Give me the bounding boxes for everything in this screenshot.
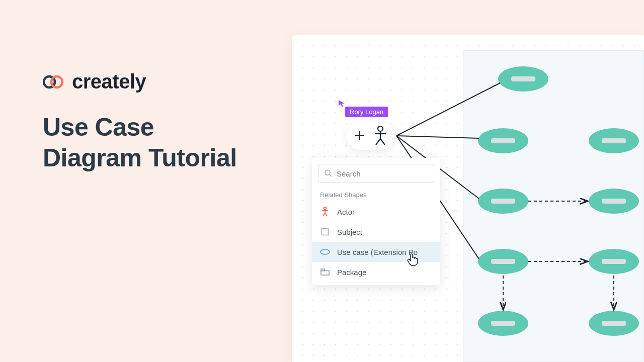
search-icon [324,169,332,179]
shape-item-subject[interactable]: Subject [312,222,440,242]
svg-point-10 [378,126,383,131]
shape-panel[interactable]: Related Shapes Actor Subject [312,158,440,285]
svg-line-16 [330,174,332,176]
use-case-node[interactable] [478,189,528,214]
brand-logo: creately [43,70,237,93]
shape-item-label: Use case (Extension Po [337,248,418,256]
diagram-canvas[interactable]: Rory Logan + Related Shapes [292,35,644,362]
brand-name: creately [72,70,146,93]
collaborator-cursor: Rory Logan [338,100,346,108]
collaborator-name-tag: Rory Logan [345,107,388,117]
panel-section-label: Related Shapes [312,185,440,202]
shape-item-label: Subject [337,228,362,236]
use-case-node[interactable] [589,128,639,153]
actor-icon [320,207,330,216]
use-case-node[interactable] [589,189,639,214]
pointer-cursor-icon [407,253,419,268]
svg-rect-22 [322,229,329,235]
shape-item-package[interactable]: Package [312,262,440,282]
svg-rect-25 [321,271,329,276]
svg-point-15 [325,170,330,175]
shape-item-usecase[interactable]: Use case (Extension Po [312,242,440,262]
svg-line-21 [325,213,328,216]
shape-item-label: Actor [337,208,355,216]
svg-point-23 [320,249,330,254]
use-case-node[interactable] [478,249,528,274]
usecase-icon [320,247,330,256]
logo-rings-icon [43,74,67,89]
actor-icon[interactable] [374,126,387,146]
package-icon [320,267,330,277]
svg-line-14 [380,139,385,145]
shape-item-actor[interactable]: Actor [312,202,440,222]
page-title: Use Case Diagram Tutorial [43,112,237,173]
svg-point-1 [51,76,62,87]
svg-line-20 [323,213,326,216]
add-element-popup[interactable]: + [346,122,395,150]
use-case-node[interactable] [478,128,528,153]
use-case-node[interactable] [478,311,528,336]
search-input[interactable] [318,164,434,183]
use-case-node[interactable] [589,249,639,274]
shape-item-label: Package [337,268,366,277]
subject-icon [320,227,330,236]
use-case-node[interactable] [498,66,548,92]
svg-line-13 [376,139,380,145]
svg-point-17 [324,207,327,210]
use-case-node[interactable] [589,311,639,336]
plus-icon[interactable]: + [354,127,365,145]
